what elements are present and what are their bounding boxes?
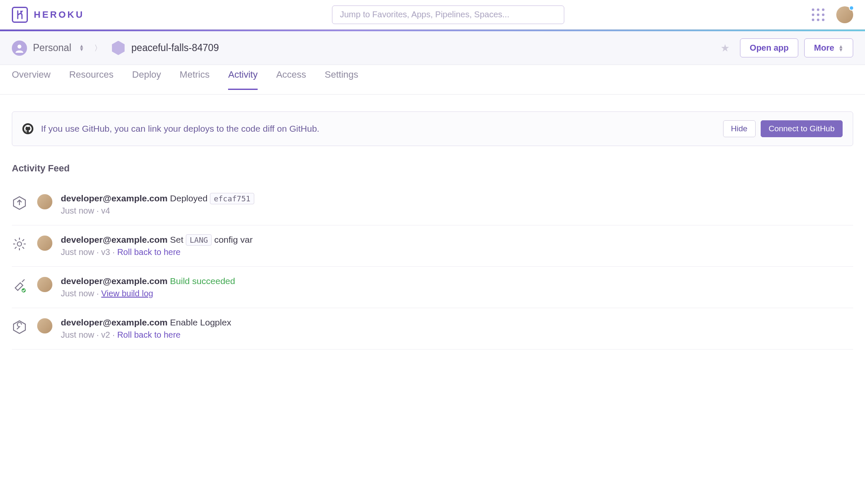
version-label: v2	[101, 330, 110, 339]
actor-email: developer@example.com	[61, 193, 168, 203]
chevron-updown-icon: ▲▼	[79, 44, 84, 51]
hide-banner-button[interactable]: Hide	[723, 120, 756, 137]
github-banner: If you use GitHub, you can link your dep…	[12, 111, 853, 146]
timestamp: Just now	[61, 330, 94, 339]
version-label: v3	[101, 247, 110, 257]
user-avatar[interactable]	[836, 6, 853, 23]
github-icon	[22, 123, 33, 134]
activity-meta: Just now · v4	[61, 206, 853, 216]
avatar	[37, 236, 52, 251]
tab-activity[interactable]: Activity	[228, 69, 258, 90]
team-selector[interactable]: Personal ▲▼	[33, 42, 84, 54]
commit-chip[interactable]: efcaf751	[210, 193, 254, 204]
view-build-log-link[interactable]: View build log	[101, 289, 153, 298]
rollback-link[interactable]: Roll back to here	[117, 330, 180, 339]
actor-email: developer@example.com	[61, 317, 168, 327]
avatar	[37, 318, 52, 333]
activity-item: developer@example.com Deployed efcaf751 …	[12, 184, 853, 225]
connect-github-button[interactable]: Connect to GitHub	[761, 120, 843, 137]
tab-resources[interactable]: Resources	[69, 69, 114, 90]
team-name: Personal	[33, 42, 71, 53]
more-label: More	[814, 43, 834, 53]
rollback-link[interactable]: Roll back to here	[117, 247, 180, 257]
status-text: Build succeeded	[170, 276, 235, 286]
notification-dot-icon	[849, 5, 854, 11]
version-label: v4	[101, 206, 110, 215]
actor-email: developer@example.com	[61, 276, 168, 286]
timestamp: Just now	[61, 247, 94, 257]
config-chip: LANG	[186, 234, 212, 246]
activity-item: developer@example.com Build succeeded Ju…	[12, 267, 853, 308]
avatar	[37, 194, 52, 209]
open-app-button[interactable]: Open app	[740, 38, 798, 57]
activity-title: developer@example.com Set LANG config va…	[61, 235, 853, 245]
action-suffix: config var	[214, 235, 253, 244]
app-name[interactable]: peaceful-falls-84709	[131, 42, 219, 54]
svg-point-2	[17, 242, 22, 246]
content: If you use GitHub, you can link your dep…	[0, 95, 865, 366]
favorite-star-icon[interactable]: ★	[721, 42, 730, 54]
build-icon	[12, 276, 37, 293]
breadcrumb: Personal ▲▼ 〉 peaceful-falls-84709 ★ Ope…	[0, 31, 865, 65]
avatar	[37, 277, 52, 292]
breadcrumb-separator-icon: 〉	[94, 43, 102, 53]
svg-point-0	[17, 44, 21, 48]
deploy-icon	[12, 193, 37, 210]
activity-meta: Just now · v3 · Roll back to here	[61, 247, 853, 257]
heroku-logo[interactable]: HEROKU	[12, 7, 84, 23]
gear-icon	[12, 235, 37, 252]
topbar: HEROKU	[0, 0, 865, 30]
app-switcher-icon[interactable]	[812, 8, 824, 21]
tab-deploy[interactable]: Deploy	[132, 69, 161, 90]
timestamp: Just now	[61, 289, 94, 298]
brand-text: HEROKU	[34, 9, 84, 20]
timestamp: Just now	[61, 206, 94, 215]
tab-metrics[interactable]: Metrics	[180, 69, 209, 90]
action-text: Set	[170, 235, 184, 244]
tabs: Overview Resources Deploy Metrics Activi…	[0, 65, 865, 95]
activity-item: developer@example.com Set LANG config va…	[12, 225, 853, 267]
tab-access[interactable]: Access	[276, 69, 306, 90]
activity-item: developer@example.com Enable Logplex Jus…	[12, 308, 853, 350]
search-wrap	[84, 5, 812, 24]
tab-overview[interactable]: Overview	[12, 69, 51, 90]
app-hexagon-icon	[112, 41, 125, 55]
wrench-icon	[12, 317, 37, 334]
heroku-logo-icon	[12, 7, 28, 23]
more-button[interactable]: More ▲▼	[804, 38, 853, 57]
activity-meta: Just now · v2 · Roll back to here	[61, 330, 853, 340]
actor-email: developer@example.com	[61, 235, 168, 244]
team-avatar-icon	[12, 41, 27, 56]
activity-feed-heading: Activity Feed	[12, 163, 853, 174]
search-input[interactable]	[332, 5, 564, 24]
activity-title: developer@example.com Build succeeded	[61, 276, 853, 286]
action-text: Enable Logplex	[170, 317, 231, 327]
banner-text: If you use GitHub, you can link your dep…	[41, 124, 723, 134]
tab-settings[interactable]: Settings	[325, 69, 359, 90]
activity-title: developer@example.com Enable Logplex	[61, 317, 853, 328]
activity-meta: Just now · View build log	[61, 289, 853, 298]
activity-title: developer@example.com Deployed efcaf751	[61, 193, 853, 203]
action-text: Deployed	[170, 193, 208, 203]
chevron-updown-icon: ▲▼	[838, 45, 843, 51]
